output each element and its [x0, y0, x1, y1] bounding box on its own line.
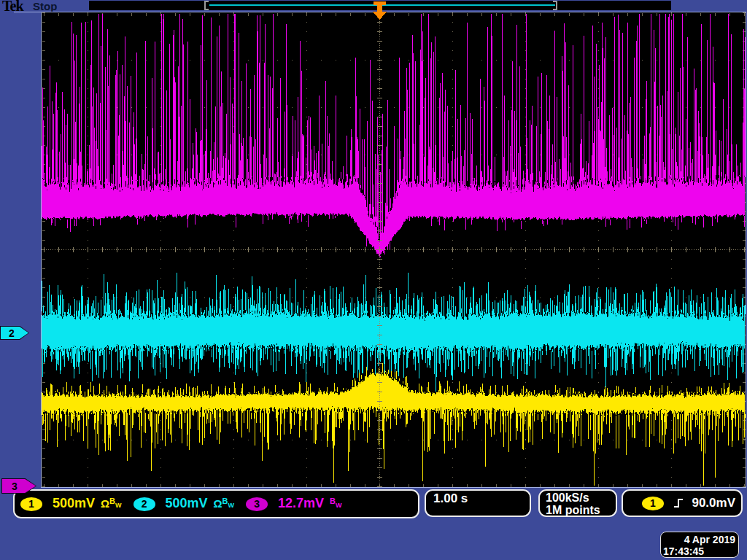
record-view-right-bracket: [553, 1, 557, 10]
acquisition-info-box[interactable]: 100kS/s 1M points: [538, 489, 617, 517]
graticule-frame-left: [41, 12, 42, 488]
acquisition-state: Stop: [33, 0, 57, 12]
record-view-left-bracket: [204, 1, 209, 10]
channel-1-scale: 500mV: [53, 496, 95, 511]
channel-readouts-box[interactable]: 1 500mV ΩBW 2 500mV ΩBW 3 12.7mV BW: [13, 489, 419, 518]
channel-3-position-marker[interactable]: 3: [1, 478, 36, 494]
waveform-display: [42, 12, 746, 487]
graticule-frame-right: [746, 12, 746, 488]
record-length: 1M points: [546, 504, 616, 516]
channel-3-marker-label: 3: [12, 481, 18, 492]
channel-3-bandwidth: BW: [330, 497, 341, 510]
graticule-frame-bottom: [41, 487, 746, 488]
horizontal-scale-box[interactable]: 1.00 s: [425, 489, 531, 517]
date-text: 4 Apr 2019: [661, 534, 738, 545]
trigger-position-marker-icon[interactable]: [368, 1, 391, 20]
trigger-readout-box[interactable]: 1 90.0mV: [622, 489, 743, 517]
waveform-band-ch3: [42, 175, 745, 257]
sample-rate: 100kS/s: [546, 491, 616, 504]
trigger-level-value: 90.0mV: [684, 496, 741, 510]
channel-1-badge[interactable]: 1: [20, 497, 42, 511]
channel-3-badge[interactable]: 3: [246, 497, 268, 511]
rising-edge-icon: [673, 497, 684, 510]
channel-2-scale: 500mV: [166, 496, 208, 511]
horizontal-scale-value: 1.00 s: [433, 491, 468, 505]
channel-2-badge[interactable]: 2: [133, 497, 155, 511]
channel-2-position-marker[interactable]: 2: [0, 326, 29, 340]
graticule: [42, 12, 746, 487]
channel-2-coupling-bandwidth: ΩBW: [214, 497, 234, 510]
oscilloscope-screen: Tek Stop 2 3 1 500mV ΩBW 2 500mV ΩBW 3 1…: [0, 0, 747, 560]
channel-3-scale: 12.7mV: [278, 496, 324, 511]
channel-1-coupling-bandwidth: ΩBW: [101, 497, 121, 510]
trigger-source-badge[interactable]: 1: [642, 497, 664, 510]
channel-2-marker-label: 2: [9, 327, 15, 339]
tek-logo: Tek: [2, 0, 23, 15]
time-text: 17:43:45: [661, 545, 738, 557]
datetime-box: 4 Apr 2019 17:43:45: [660, 532, 739, 558]
